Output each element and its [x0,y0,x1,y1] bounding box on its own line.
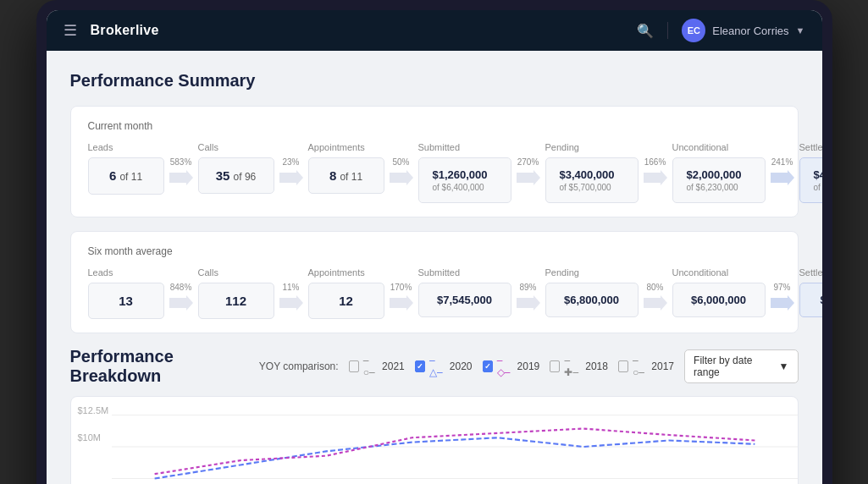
metric-header-submitted-6m: Submitted [418,267,461,278]
arrow-6m-4: 89% [517,283,540,311]
line-icon-2021: –○– [363,355,378,378]
yoy-item-2017[interactable]: –○– 2017 [618,355,674,378]
metric-header-leads-6m: Leads [88,267,113,278]
y-label-10m: $10M [78,432,102,443]
metric-leads-current: Leads 6 of 11 [88,142,164,195]
search-icon[interactable]: 🔍 [637,23,654,39]
year-label-2020: 2020 [450,360,473,372]
metric-header-pending-6m: Pending [545,267,579,278]
line-icon-2018: –✚– [564,355,581,378]
metric-sub-settled: of $5,000,000 [814,183,822,192]
arrow-pct-6m-1: 848% [170,283,192,292]
metric-value-pending-6m: $6,800,000 [564,294,619,306]
user-badge[interactable]: EC Eleanor Corries ▼ [682,19,804,42]
metric-value-calls-6m: 112 [225,294,246,308]
line-icon-2020: –△– [429,355,445,378]
current-month-card: Current month Leads 6 of 11 583% [70,106,799,217]
metric-box-submitted: $1,260,000 of $6,400,000 [418,157,511,203]
metric-pending-6m: Pending $6,800,000 [545,267,639,317]
metric-sub-submitted: of $6,400,000 [433,183,484,192]
navbar: ☰ Brokerlive 🔍 EC Eleanor Corries ▼ [47,10,822,51]
metric-box-settled-6m: $5,800,000 [799,283,822,317]
metric-header-unconditional-6m: Unconditional [672,267,729,278]
arrow-5: 166% [644,157,667,186]
checkbox-2020[interactable] [415,360,425,372]
page-title: Performance Summary [70,71,799,91]
metric-header-calls: Calls [198,142,218,152]
metric-value-unconditional-6m: $6,000,000 [691,294,746,306]
metric-unconditional-current: Unconditional $2,000,000 of $6,230,000 [672,142,766,203]
six-month-label: Six month average [88,245,781,257]
checkbox-2017[interactable] [618,360,628,372]
metric-value-settled: $4,750,000 [814,168,822,181]
arrow-pct-6m-3: 170% [390,283,412,292]
metric-box-appointments: 8 of 11 [308,157,384,194]
metric-header-leads: Leads [88,142,113,152]
metric-value-calls: 35 of 96 [216,168,257,183]
metric-header-appointments-6m: Appointments [308,267,365,278]
metric-value-leads-6m: 13 [119,294,133,308]
arrow-pct-2: 23% [282,157,299,167]
metric-header-pending: Pending [545,142,579,152]
yoy-item-2021[interactable]: –○– 2021 [349,355,405,378]
arrow-1: 583% [169,157,193,186]
metric-header-settled: Settled [799,142,822,152]
arrow-6: 241% [771,157,794,186]
metric-submitted-6m: Submitted $7,545,000 [418,267,511,317]
yoy-controls: YOY comparison: –○– 2021 –△– 2020 [259,349,799,383]
breakdown-section: Performance Breakdown YOY comparison: –○… [70,347,799,484]
arrow-6m-2: 11% [279,283,303,311]
arrow-pct-6m-6: 97% [773,283,790,292]
metric-value-pending: $3,400,000 [560,168,615,181]
six-month-card: Six month average Leads 13 848% [70,231,799,333]
metric-value-unconditional: $2,000,000 [687,168,742,181]
current-month-label: Current month [88,120,781,132]
metric-value-appointments-6m: 12 [339,294,353,308]
metric-settled-6m: Settled $5,800,000 [799,267,822,317]
metric-header-calls-6m: Calls [198,267,218,278]
arrow-pct-1: 583% [170,157,192,167]
chevron-down-icon: ▼ [796,25,805,36]
arrow-6m-6: 97% [771,283,794,311]
arrow-2: 23% [279,157,303,186]
metric-value-submitted: $1,260,000 [433,168,488,181]
metric-box-calls: 35 of 96 [198,157,274,194]
arrow-pct-4: 270% [517,157,539,167]
filter-dropdown[interactable]: Filter by date range ▼ [684,349,798,383]
checkbox-2018[interactable] [550,360,560,372]
arrow-6m-3: 170% [390,283,413,311]
yoy-item-2019[interactable]: –◇– 2019 [483,355,540,378]
yoy-item-2018[interactable]: –✚– 2018 [550,355,608,378]
metric-header-appointments: Appointments [308,142,365,152]
checkbox-2019[interactable] [483,360,493,372]
yoy-item-2020[interactable]: –△– 2020 [415,355,473,378]
metric-value-submitted-6m: $7,545,000 [437,294,492,306]
metric-box-submitted-6m: $7,545,000 [418,283,511,317]
metric-pending-current: Pending $3,400,000 of $5,700,000 [545,142,639,203]
arrow-pct-3: 50% [392,157,409,167]
arrow-4: 270% [517,157,540,186]
metric-box-pending: $3,400,000 of $5,700,000 [545,157,639,203]
metric-sub-pending: of $5,700,000 [560,183,611,192]
metric-calls-current: Calls 35 of 96 [198,142,274,194]
metric-box-unconditional-6m: $6,000,000 [672,283,766,317]
metric-leads-6m: Leads 13 [88,267,164,319]
year-label-2019: 2019 [517,360,540,372]
filter-chevron-icon: ▼ [779,360,789,372]
metric-calls-6m: Calls 112 [198,267,274,319]
metric-box-leads-6m: 13 [88,283,164,319]
metric-appointments-current: Appointments 8 of 11 [308,142,384,194]
checkbox-2021[interactable] [349,360,359,372]
menu-icon[interactable]: ☰ [64,21,77,40]
metric-value-leads: 6 of 11 [109,168,142,183]
arrow-pct-6: 241% [771,157,793,167]
chart-area: $12.5M $10M [70,396,799,484]
arrow-3: 50% [390,157,413,186]
breakdown-title: Performance Breakdown [70,347,259,386]
metric-box-leads: 6 of 11 [88,157,164,195]
metric-sub-unconditional: of $6,230,000 [687,183,738,192]
metric-appointments-6m: Appointments 12 [308,267,384,319]
year-label-2018: 2018 [585,360,608,372]
metric-box-pending-6m: $6,800,000 [545,283,639,317]
arrow-6m-1: 848% [169,283,193,311]
